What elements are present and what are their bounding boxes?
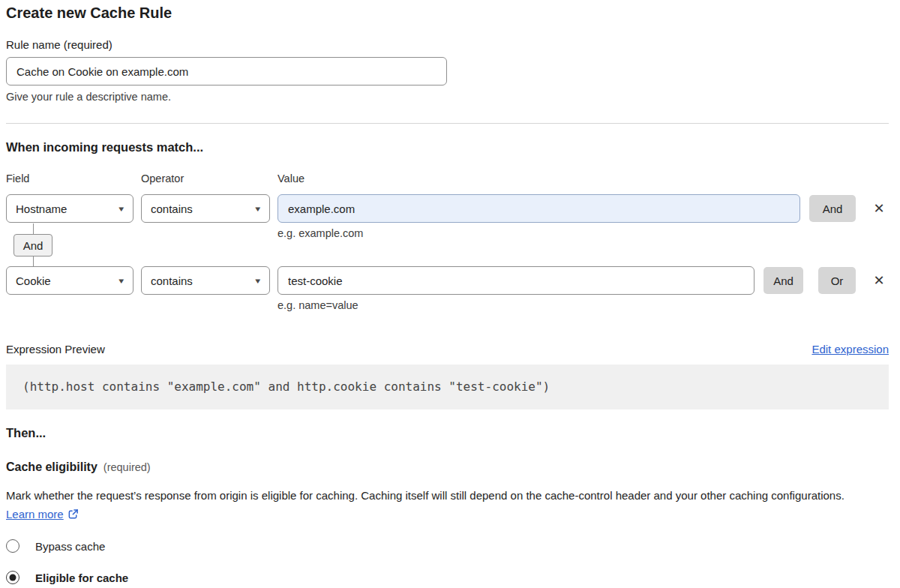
remove-condition-button[interactable]: ✕: [869, 195, 889, 222]
operator-column-label: Operator: [141, 172, 270, 184]
rule-name-input[interactable]: [6, 57, 447, 86]
expression-preview-label: Expression Preview: [6, 343, 105, 356]
radio-option-bypass-cache[interactable]: Bypass cache: [6, 539, 889, 553]
close-icon: ✕: [873, 200, 884, 217]
then-heading: Then...: [6, 426, 889, 440]
match-heading: When incoming requests match...: [6, 140, 889, 154]
value-column: e.g. name=value: [278, 266, 754, 311]
section-divider: [6, 123, 889, 124]
required-note: (required): [104, 461, 151, 473]
connector-and-chip[interactable]: And: [14, 234, 52, 256]
value-column-label: Value: [278, 172, 304, 184]
and-button[interactable]: And: [809, 195, 856, 222]
remove-condition-button[interactable]: ✕: [869, 267, 889, 294]
operator-select-value: contains: [151, 274, 193, 287]
chevron-down-icon: ▾: [256, 204, 261, 214]
match-row: Cookie ▾ contains ▾ e.g. name=value And …: [6, 266, 889, 311]
and-button[interactable]: And: [764, 267, 803, 294]
rule-name-label: Rule name (required): [6, 38, 889, 51]
learn-more-link[interactable]: Learn more: [6, 508, 64, 520]
chevron-down-icon: ▾: [256, 276, 261, 286]
radio-label: Eligible for cache: [35, 572, 128, 584]
field-select-value: Cookie: [16, 274, 51, 287]
description-text: Mark whether the request’s response from…: [6, 489, 844, 502]
radio-option-eligible-for-cache[interactable]: Eligible for cache: [6, 571, 889, 584]
close-icon: ✕: [873, 272, 884, 289]
value-input[interactable]: [278, 194, 800, 223]
edit-expression-link[interactable]: Edit expression: [812, 343, 889, 356]
cache-eligibility-heading-row: Cache eligibility (required): [6, 460, 889, 474]
field-select[interactable]: Hostname ▾: [6, 194, 134, 223]
match-column-labels: Field Operator Value: [6, 172, 889, 184]
field-select[interactable]: Cookie ▾: [6, 266, 134, 295]
field-select-value: Hostname: [16, 202, 67, 215]
page-title: Create new Cache Rule: [6, 4, 889, 22]
rule-name-group: Rule name (required) Give your rule a de…: [6, 38, 889, 103]
cache-eligibility-heading: Cache eligibility: [6, 460, 98, 474]
chevron-down-icon: ▾: [119, 276, 124, 286]
expression-preview-header: Expression Preview Edit expression: [6, 343, 889, 356]
cache-eligibility-description: Mark whether the request’s response from…: [6, 486, 876, 524]
field-column-label: Field: [6, 172, 134, 184]
value-hint: e.g. name=value: [278, 299, 754, 311]
value-input[interactable]: [278, 266, 754, 295]
radio-selected-icon[interactable]: [6, 571, 20, 584]
operator-select-value: contains: [151, 202, 193, 215]
operator-select[interactable]: contains ▾: [141, 266, 270, 295]
or-button[interactable]: Or: [818, 267, 856, 294]
radio-label: Bypass cache: [35, 540, 105, 553]
radio-unselected-icon[interactable]: [6, 539, 20, 553]
expression-code-block: (http.host contains "example.com" and ht…: [6, 364, 889, 410]
condition-connector: And: [6, 224, 889, 266]
operator-select[interactable]: contains ▾: [141, 194, 270, 223]
chevron-down-icon: ▾: [119, 204, 124, 214]
create-cache-rule-page: Create new Cache Rule Rule name (require…: [0, 0, 894, 584]
external-link-icon: [68, 508, 79, 520]
rule-name-helper: Give your rule a descriptive name.: [6, 91, 889, 103]
